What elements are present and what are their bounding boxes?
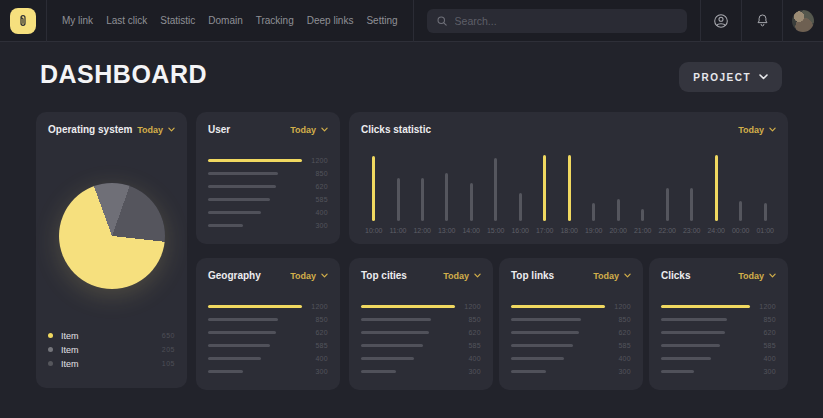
period-dropdown[interactable]: Today: [738, 271, 776, 281]
bar-row: 300: [208, 222, 328, 229]
bar-track: [208, 331, 302, 334]
time-column: 24:00: [707, 155, 725, 234]
bar-track: [361, 331, 455, 334]
bar-row: 585: [361, 342, 481, 349]
bar-row: 850: [361, 316, 481, 323]
bar: [592, 203, 595, 222]
bar-wrap: [690, 155, 693, 221]
period-label: Today: [290, 125, 316, 135]
avatar[interactable]: [792, 10, 814, 32]
nav-item-my-link[interactable]: My link: [62, 15, 93, 26]
period-dropdown[interactable]: Today: [290, 271, 328, 281]
nav-item-setting[interactable]: Setting: [366, 15, 397, 26]
clicks-statistic-bar-chart: 10:0011:0012:0013:0014:0015:0016:0017:00…: [365, 155, 774, 234]
time-label: 13:00: [438, 227, 456, 234]
period-label: Today: [443, 271, 469, 281]
time-column: 11:00: [390, 155, 407, 234]
bar-row: 300: [208, 368, 328, 375]
bar-track: [661, 344, 750, 347]
bar-track: [208, 185, 302, 188]
time-column: 23:00: [683, 155, 701, 234]
time-column: 13:00: [438, 155, 456, 234]
card-title: User: [208, 124, 230, 135]
bar-value: 300: [302, 368, 328, 375]
time-label: 21:00: [634, 227, 652, 234]
bar-value: 585: [605, 342, 631, 349]
bar-wrap: [372, 155, 375, 221]
time-column: 12:00: [413, 155, 431, 234]
app-logo[interactable]: [10, 8, 36, 34]
main-nav: My linkLast clickStatisticDomainTracking…: [47, 15, 413, 26]
project-dropdown[interactable]: PROJECT: [679, 62, 782, 92]
time-column: 21:00: [634, 155, 652, 234]
account-button[interactable]: [701, 0, 741, 42]
period-dropdown[interactable]: Today: [137, 125, 175, 135]
bar-track: [511, 318, 605, 321]
bar-row: 400: [361, 355, 481, 362]
nav-item-deep-links[interactable]: Deep links: [307, 15, 354, 26]
time-column: 10:00: [365, 155, 383, 234]
bar-wrap: [641, 155, 644, 221]
legend-label: Item: [61, 359, 79, 369]
bar-track: [361, 357, 455, 360]
period-dropdown[interactable]: Today: [593, 271, 631, 281]
legend-dot: [48, 333, 53, 338]
period-dropdown[interactable]: Today: [290, 125, 328, 135]
chevron-down-icon: [321, 273, 328, 278]
bar-track: [511, 344, 605, 347]
bar-value: 400: [302, 355, 328, 362]
bar-track: [661, 357, 750, 360]
paperclip-icon: [15, 13, 31, 29]
nav-item-statistic[interactable]: Statistic: [160, 15, 195, 26]
bar: [208, 159, 302, 162]
bar-row: 400: [208, 209, 328, 216]
bar: [739, 201, 742, 222]
bar-track: [361, 305, 455, 308]
time-column: 17:00: [536, 155, 554, 234]
bar-value: 1200: [750, 303, 776, 310]
legend-value: 650: [162, 332, 175, 339]
bar-value: 300: [605, 368, 631, 375]
card-operating-system: Operating system Today Item650Item205Ite…: [36, 112, 187, 388]
time-label: 23:00: [683, 227, 701, 234]
search-input[interactable]: [455, 15, 678, 27]
nav-item-domain[interactable]: Domain: [208, 15, 242, 26]
bar-wrap: [764, 155, 767, 221]
chevron-down-icon: [769, 273, 776, 278]
bell-icon: [754, 12, 771, 29]
bar-wrap: [519, 155, 522, 221]
search-box[interactable]: [427, 9, 687, 33]
bar: [511, 305, 605, 308]
time-column: 16:00: [511, 155, 529, 234]
bar-wrap: [543, 155, 546, 221]
card-title: Top links: [511, 270, 554, 281]
bar-row: 300: [361, 368, 481, 375]
bar-track: [208, 318, 302, 321]
legend-value: 205: [162, 346, 175, 353]
bar-row: 620: [361, 329, 481, 336]
top-cities-bar-chart: 1200850620585400300: [361, 303, 481, 375]
bar: [661, 370, 694, 373]
card-title: Top cities: [361, 270, 407, 281]
notifications-button[interactable]: [742, 0, 782, 42]
nav-item-last-click[interactable]: Last click: [106, 15, 147, 26]
bar-value: 585: [302, 342, 328, 349]
bar: [208, 172, 278, 175]
bar-wrap: [666, 155, 669, 221]
bar-value: 400: [750, 355, 776, 362]
bar-wrap: [397, 155, 400, 221]
card-header: Geography Today: [208, 270, 328, 281]
bar-value: 850: [605, 316, 631, 323]
period-dropdown[interactable]: Today: [443, 271, 481, 281]
bar-row: 1200: [511, 303, 631, 310]
clicks-bar-chart: 1200850620585400300: [661, 303, 776, 375]
period-dropdown[interactable]: Today: [738, 125, 776, 135]
bar: [361, 331, 429, 334]
legend-label: Item: [61, 331, 79, 341]
bar-track: [208, 370, 302, 373]
bar-wrap: [617, 155, 620, 221]
avatar-cell: [783, 0, 823, 42]
card-title: Geography: [208, 270, 261, 281]
page-title: DASHBOARD: [40, 60, 207, 89]
nav-item-tracking[interactable]: Tracking: [256, 15, 294, 26]
